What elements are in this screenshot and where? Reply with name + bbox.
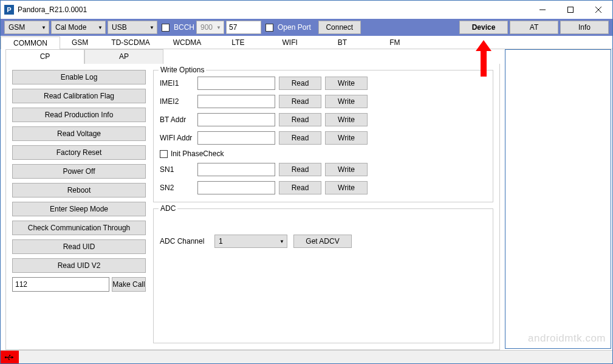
usb-icon bbox=[4, 354, 15, 361]
app-icon: P bbox=[4, 5, 14, 15]
main-area: CP AP Enable Log Read Calibration Flag R… bbox=[1, 49, 612, 350]
tab-wcdma[interactable]: WCDMA bbox=[162, 36, 213, 49]
adc-channel-value: 1 bbox=[219, 237, 223, 246]
window-controls bbox=[529, 1, 612, 19]
tab-tdscdma[interactable]: TD-SCDMA bbox=[100, 36, 161, 49]
usb-status-indicator bbox=[1, 351, 19, 363]
at-button[interactable]: AT bbox=[510, 21, 558, 34]
left-main-panel: CP AP Enable Log Read Calibration Flag R… bbox=[1, 49, 505, 350]
factory-reset-button[interactable]: Factory Reset bbox=[12, 145, 146, 160]
wifi-addr-write-button[interactable]: Write bbox=[325, 131, 368, 145]
cal-dropdown[interactable]: Cal Mode▼ bbox=[51, 21, 106, 34]
subtab-ap[interactable]: AP bbox=[84, 49, 163, 64]
window-title: Pandora_R21.0.0001 bbox=[18, 5, 87, 14]
minimize-button[interactable] bbox=[529, 1, 556, 19]
imei2-row: IMEI2 Read Write bbox=[160, 95, 487, 108]
bt-addr-read-button[interactable]: Read bbox=[279, 113, 321, 126]
adc-channel-dropdown[interactable]: 1▼ bbox=[214, 235, 287, 248]
maximize-button[interactable] bbox=[556, 1, 584, 19]
chevron-down-icon: ▼ bbox=[146, 25, 154, 30]
mode-dropdown[interactable]: GSM▼ bbox=[4, 21, 49, 34]
conn-dropdown-value: USB bbox=[112, 23, 127, 32]
init-phasecheck-row: Init PhaseCheck bbox=[160, 149, 487, 158]
make-call-button[interactable]: Make Call bbox=[112, 277, 146, 292]
app-window: P Pandora_R21.0.0001 GSM▼ Cal Mode▼ USB▼… bbox=[0, 0, 613, 364]
sn1-label: SN1 bbox=[160, 165, 194, 174]
main-tabs: COMMON GSM TD-SCDMA WCDMA LTE WIFI BT FM bbox=[1, 36, 612, 49]
check-comm-button[interactable]: Check Communication Through bbox=[12, 221, 146, 235]
sn2-row: SN2 Read Write bbox=[160, 181, 487, 194]
wifi-addr-read-button[interactable]: Read bbox=[279, 131, 321, 145]
svg-point-9 bbox=[9, 359, 10, 360]
info-button[interactable]: Info bbox=[560, 21, 609, 34]
wifi-addr-row: WIFI Addr Read Write bbox=[160, 131, 487, 145]
read-uid-v2-button[interactable]: Read UID V2 bbox=[12, 258, 146, 273]
sn2-input[interactable] bbox=[197, 181, 275, 194]
right-column: Write Options IMEI1 Read Write IMEI2 Rea… bbox=[153, 70, 493, 343]
open-port-checkbox[interactable] bbox=[265, 24, 273, 32]
sn1-write-button[interactable]: Write bbox=[325, 163, 368, 176]
statusbar bbox=[1, 350, 612, 363]
power-off-button[interactable]: Power Off bbox=[12, 164, 146, 179]
conn-dropdown[interactable]: USB▼ bbox=[108, 21, 157, 34]
sn1-row: SN1 Read Write bbox=[160, 163, 487, 176]
connect-button[interactable]: Connect bbox=[318, 21, 361, 34]
read-uid-button[interactable]: Read UID bbox=[12, 239, 146, 254]
imei2-write-button[interactable]: Write bbox=[325, 95, 368, 108]
tab-fm[interactable]: FM bbox=[368, 36, 421, 49]
titlebar: P Pandora_R21.0.0001 bbox=[1, 1, 612, 19]
tab-gsm[interactable]: GSM bbox=[60, 36, 100, 49]
imei2-read-button[interactable]: Read bbox=[279, 95, 321, 108]
imei1-read-button[interactable]: Read bbox=[279, 77, 321, 90]
sn2-read-button[interactable]: Read bbox=[279, 181, 321, 194]
call-number-input[interactable] bbox=[12, 277, 109, 292]
imei1-row: IMEI1 Read Write bbox=[160, 77, 487, 90]
tab-lte[interactable]: LTE bbox=[213, 36, 263, 49]
tab-common[interactable]: COMMON bbox=[1, 36, 60, 49]
call-row: Make Call bbox=[12, 277, 146, 292]
sn1-read-button[interactable]: Read bbox=[279, 163, 321, 176]
toolbar: GSM▼ Cal Mode▼ USB▼ BCCH 900▼ Open Port … bbox=[1, 19, 612, 36]
init-phasecheck-checkbox[interactable] bbox=[160, 150, 168, 158]
close-button[interactable] bbox=[584, 1, 612, 19]
action-column: Enable Log Read Calibration Flag Read Pr… bbox=[12, 70, 146, 343]
chevron-down-icon: ▼ bbox=[94, 25, 103, 30]
imei2-label: IMEI2 bbox=[160, 97, 194, 106]
reboot-button[interactable]: Reboot bbox=[12, 183, 146, 197]
enter-sleep-mode-button[interactable]: Enter Sleep Mode bbox=[12, 202, 146, 216]
wifi-addr-input[interactable] bbox=[197, 131, 275, 145]
get-adcv-button[interactable]: Get ADCV bbox=[293, 235, 352, 248]
open-port-label: Open Port bbox=[278, 23, 311, 32]
subtab-cp[interactable]: CP bbox=[5, 49, 84, 64]
chevron-down-icon: ▼ bbox=[213, 25, 221, 30]
write-options-legend: Write Options bbox=[159, 66, 206, 74]
adc-legend: ADC bbox=[159, 204, 177, 213]
bcch-checkbox[interactable] bbox=[162, 24, 170, 32]
mode-dropdown-value: GSM bbox=[9, 23, 25, 32]
sn2-write-button[interactable]: Write bbox=[325, 181, 368, 194]
chevron-down-icon: ▼ bbox=[38, 25, 46, 30]
bcch-channel-input[interactable] bbox=[226, 21, 261, 34]
tab-bt[interactable]: BT bbox=[317, 36, 368, 49]
bt-addr-write-button[interactable]: Write bbox=[325, 113, 368, 126]
device-button[interactable]: Device bbox=[459, 21, 508, 34]
imei2-input[interactable] bbox=[197, 95, 275, 108]
enable-log-button[interactable]: Enable Log bbox=[12, 70, 146, 84]
watermark: androidmtk.com bbox=[528, 332, 606, 345]
read-calibration-flag-button[interactable]: Read Calibration Flag bbox=[12, 89, 146, 103]
bt-addr-label: BT Addr bbox=[160, 115, 194, 124]
cal-dropdown-value: Cal Mode bbox=[55, 23, 86, 32]
tab-wifi[interactable]: WIFI bbox=[263, 36, 316, 49]
adc-fieldset: ADC ADC Channel 1▼ Get ADCV bbox=[153, 208, 493, 343]
chevron-down-icon: ▼ bbox=[276, 239, 284, 244]
sn1-input[interactable] bbox=[197, 163, 275, 176]
bt-addr-input[interactable] bbox=[197, 113, 275, 126]
log-panel: androidmtk.com bbox=[505, 49, 611, 349]
imei1-input[interactable] bbox=[197, 77, 275, 90]
bcch-band-dropdown[interactable]: 900▼ bbox=[196, 21, 224, 34]
imei1-write-button[interactable]: Write bbox=[325, 77, 368, 90]
init-phasecheck-label: Init PhaseCheck bbox=[171, 149, 224, 158]
bt-addr-row: BT Addr Read Write bbox=[160, 113, 487, 126]
read-production-info-button[interactable]: Read Production Info bbox=[12, 108, 146, 122]
read-voltage-button[interactable]: Read Voltage bbox=[12, 126, 146, 141]
